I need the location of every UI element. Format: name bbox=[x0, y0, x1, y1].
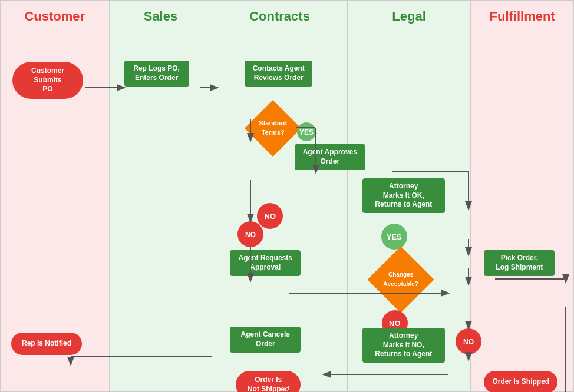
attorney-marks-ok: Attorney Marks It OK, Returns to Agent bbox=[362, 178, 445, 213]
lane-header-legal: Legal bbox=[348, 1, 471, 32]
lane-sales: Sales Rep Logs PO, Enters Order bbox=[110, 1, 213, 391]
flowchart-container: Customer Customer Submits PO Rep Is Noti… bbox=[0, 0, 574, 392]
lane-header-sales: Sales bbox=[110, 1, 212, 32]
lane-header-customer: Customer bbox=[1, 1, 109, 32]
lane-header-fulfillment: Fulfillment bbox=[471, 1, 573, 32]
lane-legal: Legal Agent Approves Order Attorney Mark… bbox=[348, 1, 471, 391]
customer-submits-po: Customer Submits PO bbox=[12, 62, 83, 99]
lane-body-contracts: Contacts Agent Reviews Order Standard Te… bbox=[212, 32, 347, 391]
agent-cancels-order: Agent Cancels Order bbox=[230, 327, 301, 353]
standard-terms-diamond: Standard Terms? bbox=[245, 108, 301, 149]
lane-body-fulfillment: Pick Order, Log Shipment Order Is Shippe… bbox=[471, 32, 573, 391]
yes-circle-2: YES bbox=[381, 224, 407, 250]
lane-header-contracts: Contracts bbox=[212, 1, 347, 32]
lane-body-customer: Customer Submits PO Rep Is Notified bbox=[1, 32, 109, 391]
lane-contracts: Contracts Contacts Agent Reviews Order S… bbox=[212, 1, 348, 391]
contacts-agent: Contacts Agent Reviews Order bbox=[245, 61, 312, 87]
changes-acceptable-diamond: Changes Acceptable? bbox=[365, 256, 436, 303]
agent-approves-order: Agent Approves Order bbox=[295, 144, 365, 170]
attorney-marks-no: Attorney Marks It NO, Returns to Agent bbox=[362, 328, 445, 363]
lane-fulfillment: Fulfillment Pick Order, Log Shipment Ord… bbox=[471, 1, 573, 391]
standard-terms-label: Standard Terms? bbox=[258, 118, 288, 138]
order-shipped: Order Is Shipped bbox=[484, 371, 557, 392]
rep-notified: Rep Is Notified bbox=[11, 333, 82, 355]
lane-customer: Customer Customer Submits PO Rep Is Noti… bbox=[1, 1, 110, 391]
no-circle-1: NO bbox=[257, 203, 283, 229]
lane-body-legal: Agent Approves Order Attorney Marks It O… bbox=[348, 32, 471, 391]
rep-logs-po: Rep Logs PO, Enters Order bbox=[124, 61, 189, 87]
pick-order: Pick Order, Log Shipment bbox=[484, 250, 555, 276]
agent-requests-approval: Agent Requests Approval bbox=[230, 250, 301, 276]
lane-body-sales: Rep Logs PO, Enters Order bbox=[110, 32, 212, 391]
changes-acceptable-label: Changes Acceptable? bbox=[382, 269, 419, 290]
order-not-shipped: Order Is Not Shipped bbox=[236, 371, 301, 392]
